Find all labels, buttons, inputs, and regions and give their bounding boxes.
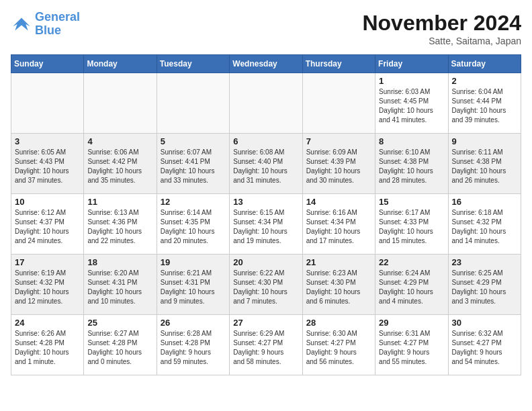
calendar-cell: [84, 73, 157, 134]
header-tuesday: Tuesday: [157, 55, 229, 73]
calendar-cell: 7Sunrise: 6:09 AM Sunset: 4:39 PM Daylig…: [302, 134, 375, 194]
day-number: 12: [161, 197, 226, 207]
day-number: 20: [233, 257, 298, 267]
calendar-cell: 17Sunrise: 6:19 AM Sunset: 4:32 PM Dayli…: [11, 255, 84, 315]
day-info: Sunrise: 6:11 AM Sunset: 4:38 PM Dayligh…: [452, 148, 517, 185]
calendar-subtitle: Satte, Saitama, Japan: [362, 36, 521, 46]
day-info: Sunrise: 6:04 AM Sunset: 4:44 PM Dayligh…: [452, 87, 517, 125]
calendar-cell: 19Sunrise: 6:21 AM Sunset: 4:31 PM Dayli…: [157, 255, 229, 315]
calendar-cell: 30Sunrise: 6:32 AM Sunset: 4:27 PM Dayli…: [448, 315, 521, 375]
day-number: 26: [161, 318, 226, 328]
day-number: 22: [379, 257, 444, 267]
day-info: Sunrise: 6:29 AM Sunset: 4:27 PM Dayligh…: [233, 329, 298, 367]
calendar-cell: [302, 73, 375, 134]
calendar-cell: 27Sunrise: 6:29 AM Sunset: 4:27 PM Dayli…: [230, 315, 302, 375]
day-number: 18: [87, 257, 152, 267]
day-info: Sunrise: 6:22 AM Sunset: 4:30 PM Dayligh…: [233, 269, 298, 306]
calendar-cell: 10Sunrise: 6:12 AM Sunset: 4:37 PM Dayli…: [11, 194, 84, 255]
logo-text: General Blue: [35, 11, 80, 38]
calendar-cell: 22Sunrise: 6:24 AM Sunset: 4:29 PM Dayli…: [375, 255, 448, 315]
header-friday: Friday: [375, 55, 448, 73]
calendar-cell: 18Sunrise: 6:20 AM Sunset: 4:31 PM Dayli…: [84, 255, 157, 315]
calendar-table: SundayMondayTuesdayWednesdayThursdayFrid…: [11, 54, 521, 375]
header-saturday: Saturday: [448, 55, 521, 73]
day-number: 4: [87, 136, 152, 146]
calendar-cell: [11, 73, 84, 134]
day-info: Sunrise: 6:19 AM Sunset: 4:32 PM Dayligh…: [15, 269, 80, 306]
calendar-cell: 1Sunrise: 6:03 AM Sunset: 4:45 PM Daylig…: [375, 73, 448, 134]
header-wednesday: Wednesday: [230, 55, 302, 73]
day-info: Sunrise: 6:30 AM Sunset: 4:27 PM Dayligh…: [306, 329, 371, 367]
day-number: 6: [233, 136, 298, 146]
day-info: Sunrise: 6:28 AM Sunset: 4:28 PM Dayligh…: [161, 329, 226, 367]
header-monday: Monday: [84, 55, 157, 73]
day-number: 3: [15, 136, 80, 146]
day-info: Sunrise: 6:25 AM Sunset: 4:29 PM Dayligh…: [452, 269, 517, 306]
day-number: 9: [452, 136, 517, 146]
week-row-5: 24Sunrise: 6:26 AM Sunset: 4:28 PM Dayli…: [11, 315, 521, 375]
day-number: 23: [452, 257, 517, 267]
day-info: Sunrise: 6:09 AM Sunset: 4:39 PM Dayligh…: [306, 148, 371, 185]
day-info: Sunrise: 6:12 AM Sunset: 4:37 PM Dayligh…: [15, 208, 80, 246]
title-block: November 2024 Satte, Saitama, Japan: [362, 11, 521, 46]
day-info: Sunrise: 6:14 AM Sunset: 4:35 PM Dayligh…: [161, 208, 226, 246]
day-number: 25: [87, 318, 152, 328]
day-number: 11: [87, 197, 152, 207]
calendar-title: November 2024: [362, 11, 521, 36]
day-number: 16: [452, 197, 517, 207]
day-info: Sunrise: 6:23 AM Sunset: 4:30 PM Dayligh…: [306, 269, 371, 306]
day-info: Sunrise: 6:10 AM Sunset: 4:38 PM Dayligh…: [379, 148, 444, 185]
logo: General Blue: [11, 11, 80, 38]
day-number: 21: [306, 257, 371, 267]
day-number: 27: [233, 318, 298, 328]
header-thursday: Thursday: [302, 55, 375, 73]
calendar-cell: 23Sunrise: 6:25 AM Sunset: 4:29 PM Dayli…: [448, 255, 521, 315]
day-info: Sunrise: 6:18 AM Sunset: 4:32 PM Dayligh…: [452, 208, 517, 246]
calendar-cell: 4Sunrise: 6:06 AM Sunset: 4:42 PM Daylig…: [84, 134, 157, 194]
week-row-3: 10Sunrise: 6:12 AM Sunset: 4:37 PM Dayli…: [11, 194, 521, 255]
day-info: Sunrise: 6:31 AM Sunset: 4:27 PM Dayligh…: [379, 329, 444, 367]
calendar-cell: 24Sunrise: 6:26 AM Sunset: 4:28 PM Dayli…: [11, 315, 84, 375]
calendar-cell: 9Sunrise: 6:11 AM Sunset: 4:38 PM Daylig…: [448, 134, 521, 194]
header-sunday: Sunday: [11, 55, 84, 73]
day-number: 28: [306, 318, 371, 328]
day-number: 5: [161, 136, 226, 146]
day-number: 30: [452, 318, 517, 328]
day-number: 29: [379, 318, 444, 328]
day-number: 1: [379, 76, 444, 86]
day-info: Sunrise: 6:17 AM Sunset: 4:33 PM Dayligh…: [379, 208, 444, 246]
calendar-cell: 29Sunrise: 6:31 AM Sunset: 4:27 PM Dayli…: [375, 315, 448, 375]
day-info: Sunrise: 6:08 AM Sunset: 4:40 PM Dayligh…: [233, 148, 298, 185]
day-number: 10: [15, 197, 80, 207]
calendar-cell: 16Sunrise: 6:18 AM Sunset: 4:32 PM Dayli…: [448, 194, 521, 255]
day-info: Sunrise: 6:06 AM Sunset: 4:42 PM Dayligh…: [87, 148, 152, 185]
calendar-cell: [157, 73, 229, 134]
calendar-cell: 13Sunrise: 6:15 AM Sunset: 4:34 PM Dayli…: [230, 194, 302, 255]
day-number: 8: [379, 136, 444, 146]
calendar-cell: 5Sunrise: 6:07 AM Sunset: 4:41 PM Daylig…: [157, 134, 229, 194]
calendar-cell: 26Sunrise: 6:28 AM Sunset: 4:28 PM Dayli…: [157, 315, 229, 375]
calendar-cell: 3Sunrise: 6:05 AM Sunset: 4:43 PM Daylig…: [11, 134, 84, 194]
day-info: Sunrise: 6:15 AM Sunset: 4:34 PM Dayligh…: [233, 208, 298, 246]
calendar-cell: 14Sunrise: 6:16 AM Sunset: 4:34 PM Dayli…: [302, 194, 375, 255]
calendar-header: SundayMondayTuesdayWednesdayThursdayFrid…: [11, 55, 521, 73]
day-info: Sunrise: 6:16 AM Sunset: 4:34 PM Dayligh…: [306, 208, 371, 246]
day-info: Sunrise: 6:05 AM Sunset: 4:43 PM Dayligh…: [15, 148, 80, 185]
day-info: Sunrise: 6:24 AM Sunset: 4:29 PM Dayligh…: [379, 269, 444, 306]
calendar-cell: 11Sunrise: 6:13 AM Sunset: 4:36 PM Dayli…: [84, 194, 157, 255]
svg-marker-0: [13, 17, 30, 30]
day-number: 24: [15, 318, 80, 328]
logo-bird-icon: [11, 13, 32, 35]
week-row-2: 3Sunrise: 6:05 AM Sunset: 4:43 PM Daylig…: [11, 134, 521, 194]
day-number: 14: [306, 197, 371, 207]
day-number: 15: [379, 197, 444, 207]
day-info: Sunrise: 6:20 AM Sunset: 4:31 PM Dayligh…: [87, 269, 152, 306]
day-info: Sunrise: 6:21 AM Sunset: 4:31 PM Dayligh…: [161, 269, 226, 306]
calendar-cell: 28Sunrise: 6:30 AM Sunset: 4:27 PM Dayli…: [302, 315, 375, 375]
day-info: Sunrise: 6:26 AM Sunset: 4:28 PM Dayligh…: [15, 329, 80, 367]
day-info: Sunrise: 6:03 AM Sunset: 4:45 PM Dayligh…: [379, 87, 444, 125]
header-row: SundayMondayTuesdayWednesdayThursdayFrid…: [11, 55, 521, 73]
calendar-cell: 20Sunrise: 6:22 AM Sunset: 4:30 PM Dayli…: [230, 255, 302, 315]
calendar-cell: 15Sunrise: 6:17 AM Sunset: 4:33 PM Dayli…: [375, 194, 448, 255]
calendar-cell: 6Sunrise: 6:08 AM Sunset: 4:40 PM Daylig…: [230, 134, 302, 194]
